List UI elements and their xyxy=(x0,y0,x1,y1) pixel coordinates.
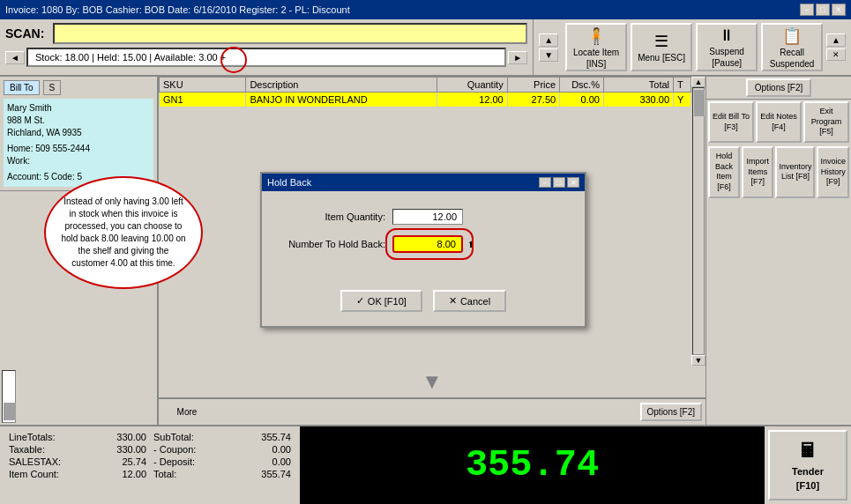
right-btn-row1: Edit Bill To [F3] Edit Notes [F4] Exit P… xyxy=(706,100,851,145)
x-icon: ✕ xyxy=(449,295,457,307)
toolbar-buttons: ▲ ▼ 🧍 Locate Item [INS] ☰ Menu [ESC] ⏸ S… xyxy=(533,19,851,75)
scroll-up2-btn[interactable]: ▲ xyxy=(826,33,846,47)
holdback-dialog: Hold Back − □ ✕ Item Quantity: 12.00 Num… xyxy=(260,172,586,328)
import-items-btn[interactable]: Import Items [F7] xyxy=(742,146,773,198)
dialog-max-btn[interactable]: □ xyxy=(553,177,565,188)
salestax-value: 25.74 xyxy=(81,456,146,467)
item-quantity-value: 12.00 xyxy=(392,209,463,225)
table-row[interactable]: GN1 BANJO IN WONDERLAND 12.00 27.50 0.00… xyxy=(160,93,691,107)
salestax-label: SALESTAX: xyxy=(9,456,74,467)
total-label: Total: xyxy=(153,469,219,479)
customer-city: Richland, WA 9935 xyxy=(7,127,150,139)
subtotal-value: 355.74 xyxy=(226,432,291,442)
customer-home: Home: 509 555-2444 xyxy=(7,143,150,155)
menu-esc-btn[interactable]: ☰ Menu [ESC] xyxy=(631,23,692,71)
dialog-title: Hold Back xyxy=(267,177,311,188)
edit-notes-btn[interactable]: Edit Notes [F4] xyxy=(756,101,802,143)
window-title: Invoice: 1080 By: BOB Cashier: BOB Date:… xyxy=(5,4,350,15)
nav-right-btn[interactable]: ► xyxy=(508,51,527,64)
nav-left-btn[interactable]: ◄ xyxy=(5,51,25,64)
item-quantity-row: Item Quantity: 12.00 xyxy=(280,209,567,225)
customer-address: 988 M St. xyxy=(7,115,150,127)
totals-section: LineTotals: 330.00 SubTotal: 355.74 Taxa… xyxy=(0,426,300,504)
taxable-value: 330.00 xyxy=(81,444,146,455)
ok-btn[interactable]: ✓ OK [F10] xyxy=(340,290,422,312)
row-t: Y xyxy=(674,93,691,107)
customer-work: Work: xyxy=(7,155,150,167)
customer-info: Mary Smith 988 M St. Richland, WA 9935 H… xyxy=(4,99,153,187)
title-bar: Invoice: 1080 By: BOB Cashier: BOB Date:… xyxy=(0,0,851,19)
action-buttons-row1: More Options [F2] xyxy=(159,398,705,425)
scroll-thumb xyxy=(694,90,705,116)
col-total: Total xyxy=(603,78,673,93)
hold-back-item-btn[interactable]: Hold Back Item [F6] xyxy=(708,146,740,198)
more-label: More xyxy=(177,407,198,417)
total-value: 355.74 xyxy=(226,469,291,479)
dialog-titlebar: Hold Back − □ ✕ xyxy=(262,174,585,191)
stock-info: Stock: 18.00 | Held: 15.00 | Available: … xyxy=(35,52,226,63)
row-total: 330.00 xyxy=(603,93,673,107)
col-quantity: Quantity xyxy=(437,78,507,93)
bill-to-tab[interactable]: Bill To xyxy=(4,80,40,95)
tender-label: Tender xyxy=(792,466,824,477)
table-scrollbar[interactable]: ▲ ▼ xyxy=(691,77,705,366)
options-f2-btn[interactable]: Options [F2] xyxy=(640,403,702,421)
scroll-up-btn[interactable]: ▲ xyxy=(539,33,558,47)
deposit-label: - Deposit: xyxy=(153,456,219,467)
dialog-min-btn[interactable]: − xyxy=(539,177,551,188)
hold-back-row: Number To Hold Back: ⬆ xyxy=(280,235,567,253)
line-totals-label: LineTotals: xyxy=(9,432,74,442)
hold-back-input[interactable] xyxy=(392,235,463,253)
inventory-list-btn[interactable]: Inventory List [F8] xyxy=(775,146,815,198)
scroll-track xyxy=(692,87,705,355)
dialog-controls: − □ ✕ xyxy=(539,177,579,188)
grand-total-amount: 355.74 xyxy=(466,444,599,486)
col-t: T xyxy=(674,78,691,93)
options-btn[interactable]: Options [F2] xyxy=(746,78,811,97)
recall-suspended-btn[interactable]: 📋 Recall Suspended xyxy=(761,23,823,71)
bill-to-section: Bill To S Mary Smith 988 M St. Richland,… xyxy=(0,77,157,191)
dialog-buttons: ✓ OK [F10] ✕ Cancel xyxy=(262,281,585,326)
col-sku: SKU xyxy=(160,78,246,93)
bill-to-header: Bill To S xyxy=(4,80,153,95)
right-panel: Options [F2] Edit Bill To [F3] Edit Note… xyxy=(705,77,851,425)
minimize-btn[interactable]: − xyxy=(800,4,814,16)
row-dsc: 0.00 xyxy=(560,93,604,107)
scroll-down-btn[interactable]: ▼ xyxy=(539,48,558,62)
deposit-value: 0.00 xyxy=(226,456,291,467)
scan-input[interactable] xyxy=(53,23,527,44)
row-price: 27.50 xyxy=(507,93,559,107)
item-quantity-label: Item Quantity: xyxy=(280,211,385,222)
ship-to-tab[interactable]: S xyxy=(43,80,62,95)
col-description: Description xyxy=(246,78,437,93)
invoice-history-btn[interactable]: Invoice History [F9] xyxy=(817,146,849,198)
right-btn-row2: Hold Back Item [F6] Import Items [F7] In… xyxy=(706,145,851,200)
checkmark-icon: ✓ xyxy=(356,295,364,307)
options-area: ▼ xyxy=(159,366,705,398)
close-top-btn[interactable]: ✕ xyxy=(826,48,846,61)
ok-label: OK [F10] xyxy=(368,296,407,307)
suspend-btn[interactable]: ⏸ Suspend [Pause] xyxy=(696,23,758,71)
annotation-bubble: Instead of only having 3.00 left in stoc… xyxy=(44,176,203,289)
tender-btn[interactable]: 🖩 Tender [F10] xyxy=(768,430,847,500)
scroll-down-table-btn[interactable]: ▼ xyxy=(691,355,705,366)
grand-total-display: 355.74 xyxy=(300,426,765,504)
coupon-value: 0.00 xyxy=(226,444,291,455)
dialog-content: Item Quantity: 12.00 Number To Hold Back… xyxy=(262,191,585,281)
scroll-up-table-btn[interactable]: ▲ xyxy=(691,77,705,87)
locate-item-btn[interactable]: 🧍 Locate Item [INS] xyxy=(565,23,627,71)
annotation-text: Instead of only having 3.00 left in stoc… xyxy=(61,196,185,268)
bottom-area: LineTotals: 330.00 SubTotal: 355.74 Taxa… xyxy=(0,425,851,504)
row-sku: GN1 xyxy=(160,93,246,107)
item-count-label: Item Count: xyxy=(9,469,74,479)
col-dsc: Dsc.% xyxy=(560,78,604,93)
edit-bill-to-btn[interactable]: Edit Bill To [F3] xyxy=(708,101,754,143)
dialog-close-btn[interactable]: ✕ xyxy=(567,177,579,188)
scan-label: SCAN: xyxy=(5,26,44,41)
row-quantity: 12.00 xyxy=(437,93,507,107)
exit-program-btn[interactable]: Exit Program [F5] xyxy=(803,101,849,143)
top-section: SCAN: ◄ Stock: 18.00 | Held: 15.00 | Ava… xyxy=(0,19,851,77)
cancel-btn[interactable]: ✕ Cancel xyxy=(433,290,506,312)
close-btn[interactable]: ✕ xyxy=(832,4,846,16)
maximize-btn[interactable]: □ xyxy=(816,4,830,16)
